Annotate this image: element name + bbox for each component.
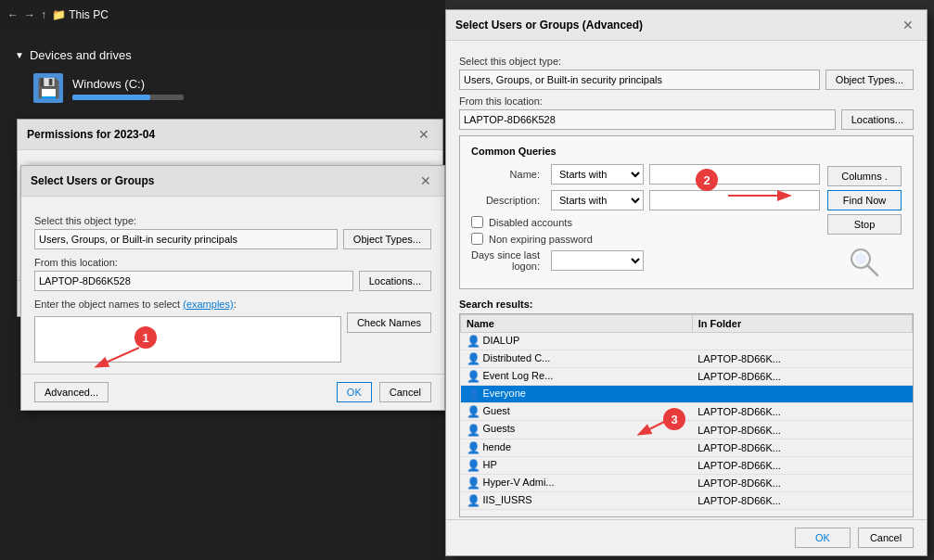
adv-location-row: Locations... xyxy=(459,109,914,130)
permissions-close-button[interactable]: ✕ xyxy=(415,125,433,144)
advanced-cancel-button[interactable]: Cancel xyxy=(858,528,914,548)
result-folder-cell: LAPTOP-8D66K... xyxy=(692,350,912,368)
days-since-select[interactable] xyxy=(551,250,644,271)
description-condition-select[interactable]: Starts with Is exactly xyxy=(551,190,644,210)
table-row[interactable]: 👤Hyper-V Admi...LAPTOP-8D66K... xyxy=(461,474,913,491)
result-folder-cell: LAPTOP-8D66K... xyxy=(692,403,912,421)
disabled-accounts-checkbox[interactable] xyxy=(471,216,483,228)
results-header-row: Name In Folder xyxy=(461,315,913,333)
result-name-cell: 👤DIALUP xyxy=(461,333,693,350)
search-icon-area xyxy=(827,246,902,279)
names-label: Enter the object names to select (exampl… xyxy=(34,299,431,310)
result-name-cell: 👤IIS_IUSRS xyxy=(461,491,693,509)
result-name-cell: 👤Guests xyxy=(461,421,693,439)
days-since-row: Days since last logon: xyxy=(471,249,820,272)
result-name-cell: 👤Everyone xyxy=(461,386,693,403)
user-icon: 👤 xyxy=(467,352,480,365)
advanced-button[interactable]: Advanced... xyxy=(34,382,109,402)
table-row[interactable]: 👤IIS_IUSRSLAPTOP-8D66K... xyxy=(461,491,913,509)
object-type-row: Object Types... xyxy=(34,229,431,249)
result-folder-cell xyxy=(692,333,912,350)
folder-column-header: In Folder xyxy=(692,315,912,333)
advanced-dialog-body: Select this object type: Object Types...… xyxy=(446,41,927,527)
advanced-dialog-title: Select Users or Groups (Advanced) xyxy=(455,19,643,32)
result-name-cell: 👤Hyper-V Admi... xyxy=(461,474,693,491)
names-textarea[interactable] xyxy=(34,316,341,363)
forward-icon[interactable]: → xyxy=(24,8,35,21)
user-icon: 👤 xyxy=(467,335,480,348)
result-folder-cell: LAPTOP-8D66K... xyxy=(692,421,912,439)
result-folder-cell: LAPTOP-8D66K... xyxy=(692,368,912,386)
select-users-simple-title: Select Users or Groups xyxy=(31,174,154,187)
permissions-title: Permissions for 2023-04 xyxy=(27,128,155,141)
object-type-input[interactable] xyxy=(34,229,338,249)
search-decoration-icon xyxy=(848,246,881,279)
description-query-input[interactable] xyxy=(649,190,820,210)
drive-bar-fill xyxy=(72,95,150,100)
table-row[interactable]: 👤Event Log Re...LAPTOP-8D66K... xyxy=(461,368,913,386)
queries-main: Name: Starts with Is exactly Ends with D… xyxy=(471,164,902,279)
non-expiring-checkbox[interactable] xyxy=(471,233,483,245)
advanced-ok-button[interactable]: OK xyxy=(795,528,851,548)
adv-object-types-button[interactable]: Object Types... xyxy=(825,70,914,90)
check-names-button[interactable]: Check Names xyxy=(347,312,431,333)
user-icon: 👤 xyxy=(467,494,480,507)
results-container[interactable]: Name In Folder 👤DIALUP👤Distributed C...L… xyxy=(459,313,914,517)
object-types-button[interactable]: Object Types... xyxy=(343,229,431,249)
result-folder-cell: LAPTOP-8D66K... xyxy=(692,456,912,474)
table-row[interactable]: 👤GuestLAPTOP-8D66K... xyxy=(461,403,913,421)
name-column-header: Name xyxy=(461,315,693,333)
adv-location-input[interactable] xyxy=(459,109,836,130)
location-label: From this location: xyxy=(34,257,431,268)
select-users-simple-close-button[interactable]: ✕ xyxy=(416,172,435,190)
user-icon: 👤 xyxy=(467,405,480,418)
table-row[interactable]: 👤Everyone xyxy=(461,386,913,403)
table-row[interactable]: 👤HPLAPTOP-8D66K... xyxy=(461,456,913,474)
table-row[interactable]: 👤Distributed C...LAPTOP-8D66K... xyxy=(461,350,913,368)
adv-object-type-input[interactable] xyxy=(459,70,820,90)
select-users-simple-footer: Advanced... OK Cancel xyxy=(21,374,444,410)
location-input[interactable] xyxy=(34,271,353,291)
drive-name: Windows (C:) xyxy=(72,77,423,91)
table-row[interactable]: 👤hendeLAPTOP-8D66K... xyxy=(461,439,913,456)
results-table: Name In Folder 👤DIALUP👤Distributed C...L… xyxy=(460,314,913,510)
name-condition-select[interactable]: Starts with Is exactly Ends with xyxy=(551,164,644,185)
select-users-ok-button[interactable]: OK xyxy=(337,382,372,402)
examples-link[interactable]: (examples) xyxy=(183,299,233,310)
select-users-cancel-button[interactable]: Cancel xyxy=(379,382,431,402)
description-query-label: Description: xyxy=(471,195,545,206)
find-now-button[interactable]: Find Now xyxy=(827,190,902,210)
result-name-cell: 👤HP xyxy=(461,456,693,474)
queries-actions: Columns . Find Now Stop xyxy=(827,164,902,279)
adv-object-type-row: Object Types... xyxy=(459,70,914,90)
drive-icon: 💾 xyxy=(33,73,63,103)
drive-bar xyxy=(72,95,184,100)
result-folder-cell xyxy=(692,386,912,403)
explorer-content: ▼ Devices and drives 💾 Windows (C:) xyxy=(0,30,445,118)
columns-button[interactable]: Columns . xyxy=(827,166,902,186)
advanced-dialog-titlebar: Select Users or Groups (Advanced) ✕ xyxy=(446,10,927,41)
svg-line-1 xyxy=(867,265,877,275)
adv-locations-button[interactable]: Locations... xyxy=(841,109,914,130)
locations-button[interactable]: Locations... xyxy=(359,271,431,291)
result-folder-cell: LAPTOP-8D66K... xyxy=(692,474,912,491)
up-icon[interactable]: ↑ xyxy=(41,8,46,21)
user-icon: 👤 xyxy=(467,459,480,472)
common-queries-box: Common Queries Name: Starts with Is exac… xyxy=(459,135,914,289)
explorer-titlebar: ← → ↑ 📁 This PC xyxy=(0,0,445,30)
drive-item[interactable]: 💾 Windows (C:) xyxy=(26,70,430,107)
select-users-simple-titlebar: Select Users or Groups ✕ xyxy=(21,166,444,197)
back-icon[interactable]: ← xyxy=(7,8,19,21)
disabled-accounts-row: Disabled accounts xyxy=(471,216,820,228)
chevron-down-icon: ▼ xyxy=(15,50,24,60)
table-row[interactable]: 👤DIALUP xyxy=(461,333,913,350)
table-row[interactable]: 👤GuestsLAPTOP-8D66K... xyxy=(461,421,913,439)
stop-button[interactable]: Stop xyxy=(827,214,902,235)
result-folder-cell: LAPTOP-8D66K... xyxy=(692,491,912,509)
advanced-dialog-close-button[interactable]: ✕ xyxy=(899,16,917,34)
name-query-input[interactable] xyxy=(649,164,820,185)
select-users-simple-dialog: Select Users or Groups ✕ Select this obj… xyxy=(20,165,445,411)
drive-info: Windows (C:) xyxy=(72,77,423,100)
disabled-accounts-label: Disabled accounts xyxy=(489,217,572,228)
result-name-cell: 👤Guest xyxy=(461,403,693,421)
